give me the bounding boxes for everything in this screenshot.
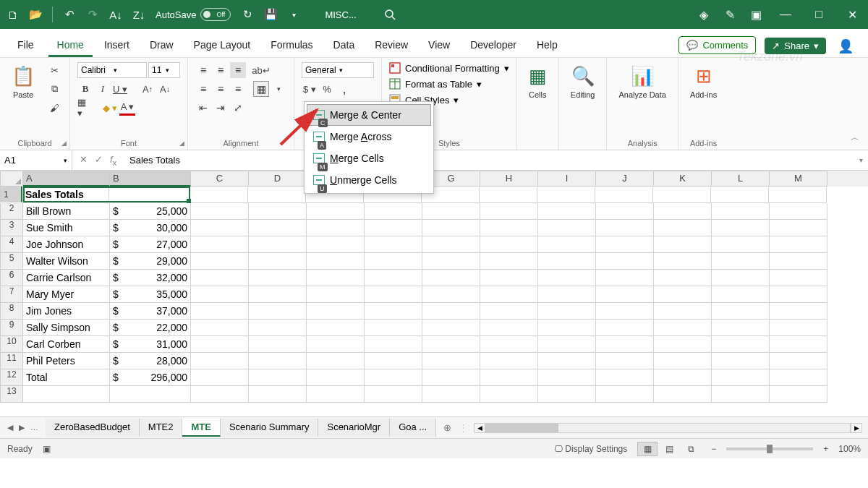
cell[interactable] <box>249 203 307 220</box>
cell[interactable]: $27,000 <box>110 236 191 253</box>
tab-page-layout[interactable]: Page Layout <box>185 33 260 57</box>
cell[interactable] <box>191 220 249 236</box>
cell[interactable] <box>365 253 422 270</box>
worksheet-grid[interactable]: ABCDEFGHIJKLM 1Sales Totals2Bill Brown$2… <box>0 171 868 416</box>
copy-icon[interactable]: ⧉ <box>46 81 62 97</box>
cell[interactable] <box>596 320 654 336</box>
cell[interactable]: $28,000 <box>110 353 191 369</box>
cell[interactable] <box>770 286 827 303</box>
enter-formula-icon[interactable]: ✓ <box>95 154 103 167</box>
cell[interactable] <box>480 270 538 286</box>
cell[interactable] <box>538 220 596 236</box>
redo-icon[interactable]: ↷ <box>86 8 99 21</box>
cell[interactable] <box>249 369 307 386</box>
cell[interactable] <box>422 369 480 386</box>
cell[interactable] <box>712 303 770 320</box>
cell[interactable] <box>480 369 538 386</box>
cell[interactable] <box>480 203 538 220</box>
underline-button[interactable]: U ▾ <box>112 81 128 97</box>
cell[interactable] <box>307 220 365 236</box>
add-sheet-button[interactable]: ⊕ <box>436 422 459 433</box>
row-header[interactable]: 13 <box>0 386 23 403</box>
tab-developer[interactable]: Developer <box>461 33 525 57</box>
row-header[interactable]: 3 <box>0 220 23 236</box>
cell[interactable] <box>365 369 422 386</box>
cell[interactable] <box>480 236 538 253</box>
cell[interactable] <box>654 220 712 236</box>
cell[interactable] <box>654 369 712 386</box>
currency-icon[interactable]: $ ▾ <box>302 81 318 97</box>
cell[interactable]: $35,000 <box>110 286 191 303</box>
minimize-button[interactable]: — <box>775 4 796 25</box>
tab-formulas[interactable]: Formulas <box>262 33 321 57</box>
sheet-nav-next[interactable]: ▶ <box>19 423 25 432</box>
merge-center-button[interactable]: ▦ <box>253 81 269 97</box>
merge-menu-item[interactable]: Merge CellsM <box>307 147 431 169</box>
sheet-tab[interactable]: Scenario Summary <box>221 419 319 437</box>
merge-menu-item[interactable]: Merge & CenterC <box>307 104 431 126</box>
cell[interactable] <box>770 336 827 353</box>
cell[interactable] <box>770 253 827 270</box>
cell[interactable] <box>770 353 827 369</box>
column-header[interactable]: J <box>596 171 654 187</box>
cell[interactable] <box>538 253 596 270</box>
cell[interactable] <box>596 236 654 253</box>
cell[interactable] <box>480 320 538 336</box>
normal-view-icon[interactable]: ▦ <box>637 442 658 456</box>
row-header[interactable]: 5 <box>0 253 23 270</box>
fx-icon[interactable]: fx <box>110 154 116 167</box>
wand-icon[interactable]: ✎ <box>723 8 736 21</box>
cell[interactable]: Mary Myer <box>23 286 110 303</box>
align-middle-icon[interactable]: ≡ <box>213 62 229 78</box>
cell[interactable] <box>249 386 307 403</box>
search-icon[interactable] <box>381 6 399 23</box>
cell[interactable] <box>249 353 307 369</box>
cell[interactable] <box>654 203 712 220</box>
cell[interactable] <box>480 303 538 320</box>
cell[interactable] <box>653 187 711 203</box>
cell[interactable] <box>249 320 307 336</box>
page-layout-view-icon[interactable]: ▤ <box>659 442 679 456</box>
cell[interactable] <box>712 203 770 220</box>
cell[interactable] <box>191 203 249 220</box>
row-header[interactable]: 10 <box>0 336 23 353</box>
account-icon[interactable]: 👤 <box>838 38 854 54</box>
number-format-select[interactable]: General▾ <box>302 62 374 78</box>
tab-draw[interactable]: Draw <box>141 33 182 57</box>
font-color-button[interactable]: A ▾ <box>119 100 135 116</box>
cell[interactable] <box>191 386 249 403</box>
cell[interactable] <box>190 187 248 203</box>
cell[interactable] <box>480 336 538 353</box>
refresh-icon[interactable]: ↻ <box>241 8 254 21</box>
cell[interactable] <box>307 369 365 386</box>
merge-dropdown-button[interactable]: ▾ <box>271 81 286 97</box>
cell[interactable] <box>365 220 422 236</box>
cell[interactable] <box>538 286 596 303</box>
cell[interactable] <box>711 187 769 203</box>
cell[interactable] <box>249 336 307 353</box>
cell[interactable] <box>365 286 422 303</box>
align-left-icon[interactable]: ≡ <box>195 81 211 97</box>
italic-button[interactable]: I <box>95 81 111 97</box>
cell[interactable] <box>654 270 712 286</box>
cell[interactable] <box>191 253 249 270</box>
cell[interactable] <box>249 270 307 286</box>
cell[interactable] <box>248 187 306 203</box>
editing-button[interactable]: 🔍Editing <box>566 62 600 102</box>
cell[interactable] <box>365 386 422 403</box>
column-header[interactable]: H <box>480 171 538 187</box>
cell[interactable] <box>249 253 307 270</box>
diamond-icon[interactable]: ◈ <box>697 8 710 21</box>
cell[interactable]: $22,000 <box>110 320 191 336</box>
cell[interactable] <box>480 286 538 303</box>
column-header[interactable]: D <box>249 171 307 187</box>
tab-file[interactable]: File <box>9 33 46 57</box>
cell[interactable] <box>191 336 249 353</box>
cell[interactable] <box>712 369 770 386</box>
formula-input[interactable]: Sales Totals <box>124 155 854 166</box>
cell[interactable] <box>770 386 827 403</box>
indent-decrease-icon[interactable]: ⇤ <box>195 100 211 116</box>
cell[interactable] <box>480 386 538 403</box>
conditional-formatting-button[interactable]: Conditional Formatting ▾ <box>389 62 509 74</box>
column-header[interactable]: L <box>712 171 770 187</box>
